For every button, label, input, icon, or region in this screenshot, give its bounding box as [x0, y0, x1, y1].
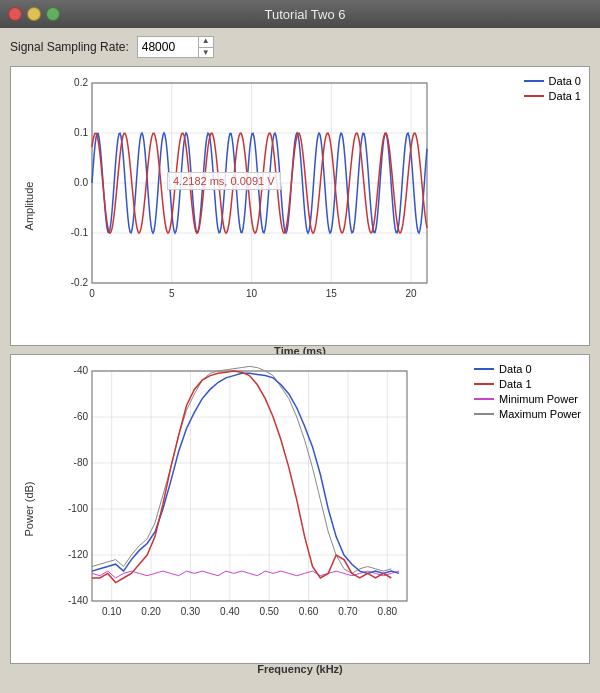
title-bar-buttons	[8, 7, 60, 21]
chart2-container: Power (dB) Data 0 Data 1 Minimum Power	[10, 354, 590, 664]
chart2-legend-label-1: Data 1	[499, 378, 531, 390]
close-button[interactable]	[8, 7, 22, 21]
maximize-button[interactable]	[46, 7, 60, 21]
chart2-x-label: Frequency (kHz)	[11, 663, 589, 679]
chart1-legend-label-1: Data 1	[549, 90, 581, 102]
chart1-legend-label-0: Data 0	[549, 75, 581, 87]
chart1-container: Amplitude 4.2182 ms, 0.0091 V Data 0 Dat…	[10, 66, 590, 346]
spinbox-down-arrow[interactable]: ▼	[199, 48, 213, 59]
chart2-canvas[interactable]	[47, 361, 517, 636]
title-bar: Tutorial Two 6	[0, 0, 600, 28]
chart2-legend-item-0: Data 0	[474, 363, 581, 375]
chart2-legend-line-2	[474, 398, 494, 400]
chart2-legend-item-3: Maximum Power	[474, 408, 581, 420]
chart2-y-label: Power (dB)	[23, 481, 35, 536]
main-content: Signal Sampling Rate: ▲ ▼ Amplitude 4.21…	[0, 28, 600, 680]
chart1-y-label: Amplitude	[23, 182, 35, 231]
sampling-rate-spinbox[interactable]: ▲ ▼	[137, 36, 214, 58]
toolbar: Signal Sampling Rate: ▲ ▼	[10, 36, 590, 58]
sampling-rate-label: Signal Sampling Rate:	[10, 40, 129, 54]
chart1-legend-item-1: Data 1	[524, 90, 581, 102]
chart2-legend-line-0	[474, 368, 494, 370]
chart1-canvas[interactable]	[47, 73, 517, 318]
chart1-legend-line-1	[524, 95, 544, 97]
chart2-legend-label-3: Maximum Power	[499, 408, 581, 420]
minimize-button[interactable]	[27, 7, 41, 21]
chart2-legend: Data 0 Data 1 Minimum Power Maximum Powe…	[474, 363, 581, 420]
chart2-legend-line-1	[474, 383, 494, 385]
chart2-legend-item-1: Data 1	[474, 378, 581, 390]
chart2-legend-item-2: Minimum Power	[474, 393, 581, 405]
chart2-legend-line-3	[474, 413, 494, 415]
sampling-rate-input[interactable]	[138, 40, 198, 54]
chart2-legend-label-0: Data 0	[499, 363, 531, 375]
spinbox-up-arrow[interactable]: ▲	[199, 36, 213, 48]
chart2-legend-label-2: Minimum Power	[499, 393, 578, 405]
chart1-legend-line-0	[524, 80, 544, 82]
window-title: Tutorial Two 6	[68, 7, 542, 22]
chart1-legend: Data 0 Data 1	[524, 75, 581, 102]
chart1-legend-item-0: Data 0	[524, 75, 581, 87]
